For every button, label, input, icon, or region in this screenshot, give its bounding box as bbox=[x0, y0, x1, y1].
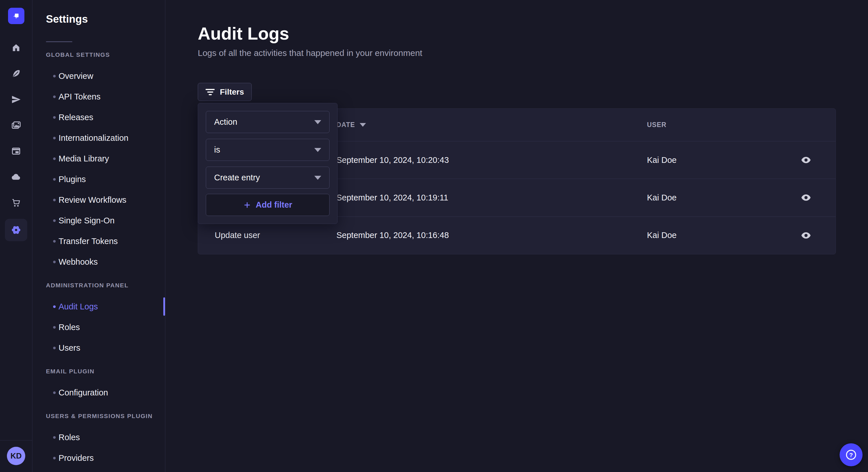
section-label-administration-panel: ADMINISTRATION PANEL bbox=[46, 282, 165, 289]
bullet-icon bbox=[53, 347, 56, 349]
cell-date: September 10, 2024, 10:19:11 bbox=[336, 193, 647, 202]
eye-icon bbox=[801, 157, 811, 164]
sidebar-item-up-roles[interactable]: Roles bbox=[32, 427, 165, 448]
filter-value-value: Create entry bbox=[214, 173, 260, 182]
sidebar-item-label: Roles bbox=[59, 433, 80, 442]
filters-button[interactable]: Filters bbox=[198, 83, 252, 101]
bullet-icon bbox=[53, 199, 56, 201]
sidebar-item-transfer-tokens[interactable]: Transfer Tokens bbox=[32, 231, 165, 251]
sidebar-item-label: Releases bbox=[59, 113, 93, 122]
bullet-icon bbox=[53, 240, 56, 243]
sidebar-item-configuration[interactable]: Configuration bbox=[32, 382, 165, 403]
page-subtitle: Logs of all the activities that happened… bbox=[198, 48, 422, 58]
strapi-logo-icon bbox=[11, 11, 21, 21]
svg-text:?: ? bbox=[849, 452, 853, 458]
column-header-user: USER bbox=[647, 121, 776, 129]
sidebar-item-label: Overview bbox=[59, 71, 93, 81]
view-details-button[interactable] bbox=[799, 229, 813, 242]
gear-icon bbox=[10, 224, 22, 236]
filter-operator-select[interactable]: is bbox=[206, 139, 330, 161]
sidebar-item-label: Users bbox=[59, 343, 81, 353]
avatar[interactable]: KD bbox=[7, 447, 25, 465]
quill-icon[interactable] bbox=[11, 68, 22, 79]
paper-plane-icon[interactable] bbox=[11, 94, 22, 105]
layout-icon[interactable] bbox=[11, 146, 22, 157]
sidebar-item-label: Providers bbox=[59, 453, 94, 463]
global-settings-list: Overview API Tokens Releases Internation… bbox=[32, 66, 165, 272]
add-filter-label: Add filter bbox=[256, 200, 292, 210]
users-permissions-list: Roles Providers bbox=[32, 427, 165, 468]
add-filter-button[interactable]: Add filter bbox=[206, 194, 330, 216]
sidebar-item-label: Single Sign-On bbox=[59, 216, 115, 225]
sidebar-item-overview[interactable]: Overview bbox=[32, 66, 165, 86]
sidebar-title: Settings bbox=[46, 13, 165, 25]
question-mark-icon: ? bbox=[845, 448, 857, 461]
sidebar-item-internationalization[interactable]: Internationalization bbox=[32, 128, 165, 148]
sidebar-item-media-library[interactable]: Media Library bbox=[32, 148, 165, 169]
bullet-icon bbox=[53, 158, 56, 160]
bullet-icon bbox=[53, 178, 56, 181]
filter-value-select[interactable]: Create entry bbox=[206, 167, 330, 189]
bullet-icon bbox=[53, 457, 56, 460]
sidebar-item-label: Transfer Tokens bbox=[59, 237, 118, 246]
strapi-logo[interactable] bbox=[8, 8, 24, 24]
sidebar-item-label: Plugins bbox=[59, 175, 86, 184]
chevron-down-icon bbox=[314, 176, 321, 180]
page-title: Audit Logs bbox=[198, 24, 289, 43]
cell-user: Kai Doe bbox=[647, 231, 776, 240]
view-details-button[interactable] bbox=[799, 153, 813, 167]
sidebar-item-label: API Tokens bbox=[59, 92, 100, 102]
bullet-icon bbox=[53, 75, 56, 77]
cell-date: September 10, 2024, 10:16:48 bbox=[336, 231, 647, 240]
filter-operator-value: is bbox=[214, 145, 220, 155]
filter-field-select[interactable]: Action bbox=[206, 111, 330, 133]
date-header-label: DATE bbox=[336, 121, 355, 129]
sidebar-item-label: Internationalization bbox=[59, 133, 128, 143]
column-header-date[interactable]: DATE bbox=[336, 121, 647, 129]
rail-nav bbox=[0, 42, 32, 237]
sidebar-item-single-sign-on[interactable]: Single Sign-On bbox=[32, 210, 165, 231]
sidebar-item-label: Audit Logs bbox=[59, 302, 98, 311]
sidebar-item-roles[interactable]: Roles bbox=[32, 317, 165, 338]
media-library-icon[interactable] bbox=[11, 120, 22, 131]
filter-popover: Action is Create entry Add filter bbox=[198, 103, 338, 224]
bullet-icon bbox=[53, 261, 56, 263]
sidebar-item-webhooks[interactable]: Webhooks bbox=[32, 251, 165, 272]
sidebar-item-review-workflows[interactable]: Review Workflows bbox=[32, 190, 165, 210]
sidebar-item-audit-logs[interactable]: Audit Logs bbox=[32, 296, 165, 317]
cloud-icon[interactable] bbox=[11, 171, 22, 182]
help-button[interactable]: ? bbox=[840, 443, 863, 466]
cart-icon[interactable] bbox=[11, 197, 22, 208]
section-label-users-permissions-plugin: USERS & PERMISSIONS PLUGIN bbox=[46, 413, 165, 419]
filter-field-value: Action bbox=[214, 117, 237, 127]
eye-icon bbox=[801, 194, 811, 201]
bullet-icon bbox=[53, 116, 56, 119]
eye-icon bbox=[801, 232, 811, 239]
settings-sidebar: Settings GLOBAL SETTINGS Overview API To… bbox=[32, 0, 165, 472]
section-label-email-plugin: EMAIL PLUGIN bbox=[46, 368, 165, 375]
filters-button-label: Filters bbox=[220, 88, 244, 97]
home-icon[interactable] bbox=[11, 42, 22, 53]
section-label-global-settings: GLOBAL SETTINGS bbox=[46, 51, 165, 58]
sort-desc-icon bbox=[360, 123, 366, 127]
bullet-icon bbox=[53, 326, 56, 329]
title-divider bbox=[46, 41, 72, 42]
sidebar-item-releases[interactable]: Releases bbox=[32, 107, 165, 128]
cell-action: Update user bbox=[198, 231, 336, 240]
sidebar-item-providers[interactable]: Providers bbox=[32, 448, 165, 468]
sidebar-item-label: Roles bbox=[59, 323, 80, 332]
filter-icon bbox=[206, 89, 215, 95]
view-details-button[interactable] bbox=[799, 191, 813, 204]
cell-user: Kai Doe bbox=[647, 156, 776, 165]
sidebar-item-users[interactable]: Users bbox=[32, 338, 165, 358]
settings-nav-item[interactable] bbox=[5, 219, 27, 241]
sidebar-item-api-tokens[interactable]: API Tokens bbox=[32, 86, 165, 107]
sidebar-item-plugins[interactable]: Plugins bbox=[32, 169, 165, 190]
sidebar-item-label: Review Workflows bbox=[59, 195, 126, 205]
bullet-icon bbox=[53, 220, 56, 222]
app-nav-rail: KD bbox=[0, 0, 32, 472]
chevron-down-icon bbox=[314, 120, 321, 124]
chevron-down-icon bbox=[314, 148, 321, 152]
bullet-icon bbox=[53, 436, 56, 439]
bullet-icon bbox=[53, 305, 56, 308]
